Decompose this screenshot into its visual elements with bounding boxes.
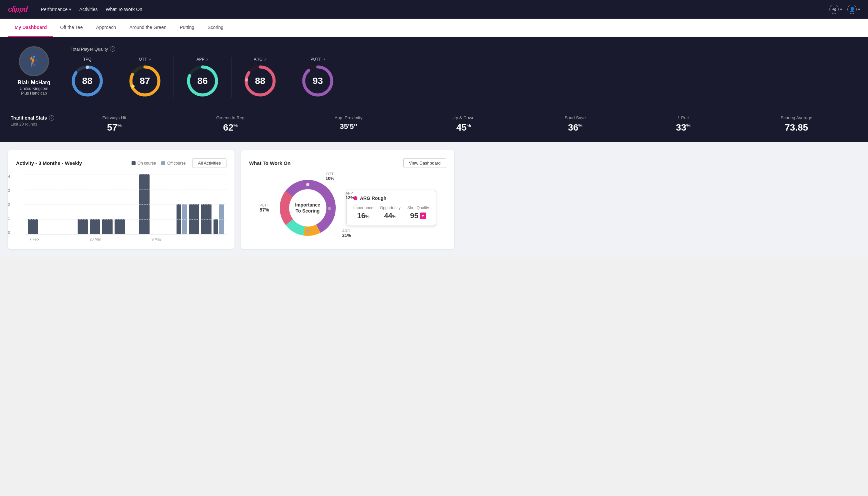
bar-on-course [189, 204, 199, 234]
help-icon[interactable]: ? [110, 46, 115, 52]
svg-point-5 [131, 84, 135, 88]
stats-items: Fairways Hit 57% Greens In Reg 62% App. … [57, 115, 857, 133]
nav-links: Performance ▾ Activities What To Work On [41, 7, 142, 12]
ring-value-arg: 88 [255, 76, 265, 86]
activity-card-header: Activity - 3 Months - Weekly On course O… [16, 158, 226, 168]
bar-group [176, 204, 187, 234]
tooltip-stats: Importance 16% Opportunity 44% Shot Qual… [353, 205, 429, 220]
stat-app-proximity: App. Proximity 35'5" [334, 115, 362, 133]
ring-value-tpq: 88 [82, 76, 92, 86]
bar-group [28, 219, 38, 234]
on-course-dot [131, 161, 136, 165]
scores-section: Total Player Quality ? TPQ 88 [70, 46, 857, 98]
bar-group [78, 219, 88, 234]
what-to-work-on-header: What To Work On View Dashboard [249, 158, 446, 168]
avatar: 🏌️ [19, 46, 49, 76]
score-ring-arg: ARG ↗ 88 [232, 57, 289, 98]
activity-card: Activity - 3 Months - Weekly On course O… [8, 150, 235, 249]
nav-activities[interactable]: Activities [79, 7, 98, 12]
tab-around-the-green[interactable]: Around the Green [123, 19, 173, 37]
all-activities-button[interactable]: All Activities [192, 158, 226, 168]
bar-on-course [201, 204, 211, 234]
chevron-down-icon: ▾ [858, 7, 860, 12]
bar-group [102, 219, 113, 234]
legend-on-course: On course [131, 161, 156, 166]
stat-sand-save: Sand Save 36% [565, 115, 586, 133]
tab-off-the-tee[interactable]: Off the Tee [53, 19, 89, 37]
ring-label-arg: ARG ↗ [254, 57, 267, 62]
svg-point-10 [245, 78, 248, 82]
donut-wrapper: PUTT 57% [249, 174, 446, 241]
tooltip-importance: Importance 16% [353, 205, 373, 220]
svg-point-2 [85, 66, 89, 69]
user-menu-button[interactable]: 👤 ▾ [847, 5, 860, 14]
app-logo[interactable]: clippd [8, 5, 28, 14]
what-to-work-on-title: What To Work On [249, 160, 290, 166]
tab-scoring[interactable]: Scoring [201, 19, 230, 37]
stat-label-section: Traditional Stats ? Last 20 rounds [11, 115, 57, 127]
bar-off-course [182, 204, 187, 234]
activity-legend-area: On course Off course All Activities [131, 158, 226, 168]
x-label [53, 237, 65, 241]
donut-label-app-pos: APP 12% [346, 191, 354, 200]
stat-greens-in-reg: Greens In Reg 62% [216, 115, 244, 133]
arrow-icon: ↗ [148, 58, 151, 61]
stat-scoring-average: Scoring Average 73.85 [781, 115, 812, 133]
tab-approach[interactable]: Approach [89, 19, 123, 37]
x-label [114, 237, 126, 241]
bar-group [114, 219, 125, 234]
hero-inner: 🏌️ Blair McHarg United Kingdom Plus Hand… [11, 46, 857, 98]
ring-tpq: 88 [70, 64, 104, 98]
tooltip-shot-quality: Shot Quality 95 ▼ [407, 205, 429, 220]
ring-ott: 87 [128, 64, 161, 98]
bar-chart [25, 174, 226, 234]
x-label [65, 237, 77, 241]
bar-group [189, 204, 199, 234]
bar-on-course [102, 219, 113, 234]
traditional-stats-subtitle: Last 20 rounds [11, 122, 57, 127]
bar-group [90, 219, 100, 234]
x-label [77, 237, 89, 241]
stat-fairways-hit: Fairways Hit 57% [102, 115, 126, 133]
x-label [211, 237, 224, 241]
bar-on-course [28, 219, 38, 234]
donut-center-text: Importance To Scoring [295, 202, 320, 214]
total-quality-label: Total Player Quality ? [70, 46, 857, 52]
x-label [175, 237, 187, 241]
score-rings: TPQ 88 OTT ↗ [70, 57, 857, 98]
tab-my-dashboard[interactable]: My Dashboard [8, 19, 53, 37]
score-ring-app: APP ↗ 86 [174, 57, 232, 98]
nav-performance[interactable]: Performance ▾ [41, 7, 71, 12]
bar-on-course [78, 219, 88, 234]
tab-putting[interactable]: Putting [173, 19, 201, 37]
ring-label-putt: PUTT ↗ [311, 57, 325, 62]
donut-label-putt: PUTT 57% [259, 203, 269, 213]
bar-group [201, 204, 211, 234]
donut-label-arg-pos: ARG 21% [343, 229, 351, 238]
x-label: 28 Mar [89, 237, 101, 241]
help-icon[interactable]: ? [49, 115, 54, 121]
chevron-down-icon: ▾ [69, 7, 71, 12]
x-label [101, 237, 114, 241]
shot-quality-badge: 95 ▼ [410, 212, 426, 220]
svg-point-17 [306, 183, 310, 186]
off-course-dot [161, 161, 165, 165]
arrow-icon: ↗ [264, 58, 267, 61]
ring-arg: 88 [243, 64, 277, 98]
x-label [187, 237, 200, 241]
nav-right: ⊕ ▾ 👤 ▾ [830, 5, 860, 14]
x-label [162, 237, 175, 241]
ring-label-tpq: TPQ [83, 57, 92, 62]
chevron-down-icon: ▾ [840, 7, 842, 12]
activity-legend: On course Off course [131, 161, 186, 166]
x-axis: 7 Feb28 Mar9 May [25, 237, 226, 241]
add-button[interactable]: ⊕ ▾ [830, 5, 842, 14]
tooltip-opportunity: Opportunity 44% [380, 205, 401, 220]
view-dashboard-button[interactable]: View Dashboard [404, 158, 446, 168]
donut-label-ott-pos: OTT 10% [326, 172, 334, 181]
score-ring-tpq: TPQ 88 [70, 57, 116, 98]
nav-what-to-work-on[interactable]: What To Work On [106, 7, 142, 12]
bar-on-course [214, 219, 219, 234]
bar-on-course [139, 174, 149, 234]
top-nav: clippd Performance ▾ Activities What To … [0, 0, 868, 19]
